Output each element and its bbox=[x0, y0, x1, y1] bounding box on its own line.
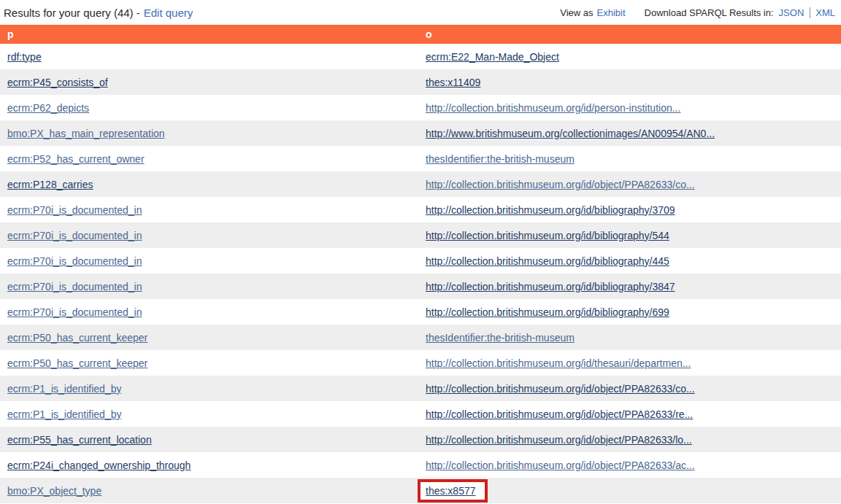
p-link[interactable]: ecrm:P24i_changed_ownership_through bbox=[7, 460, 191, 471]
table-row: ecrm:P50_has_current_keeperthesIdentifie… bbox=[0, 325, 841, 350]
topbar: Results for your query (44) -Edit query … bbox=[0, 0, 841, 25]
header-row: p o bbox=[0, 25, 841, 44]
o-link[interactable]: http://collection.britishmuseum.org/id/b… bbox=[426, 255, 669, 267]
o-link[interactable]: ecrm:E22_Man-Made_Object bbox=[426, 51, 559, 63]
table-row: bmo:PX_has_main_representationhttp://www… bbox=[0, 120, 841, 146]
table-row: ecrm:P52_has_current_ownerthesIdentifier… bbox=[0, 146, 841, 171]
download-label: Download SPARQL Results in: bbox=[645, 7, 774, 18]
cell-o: http://collection.britishmuseum.org/id/b… bbox=[420, 222, 841, 248]
cell-p: bmo:PX_has_main_representation bbox=[0, 120, 420, 146]
p-link[interactable]: rdf:type bbox=[7, 51, 42, 63]
table-row: ecrm:P70i_is_documented_inhttp://collect… bbox=[0, 248, 841, 274]
p-link[interactable]: ecrm:P70i_is_documented_in bbox=[7, 255, 142, 267]
edit-query-link[interactable]: Edit query bbox=[144, 7, 193, 19]
results-title-text: Results for your query (44) - bbox=[4, 7, 140, 19]
table-row: ecrm:P45_consists_ofthes:x11409 bbox=[0, 69, 841, 95]
vertical-divider bbox=[810, 7, 810, 18]
p-link[interactable]: ecrm:P70i_is_documented_in bbox=[7, 204, 142, 216]
p-link[interactable]: ecrm:P62_depicts bbox=[7, 102, 89, 114]
cell-p: rdf:type bbox=[0, 44, 420, 69]
cell-o: thesIdentifier:the-british-museum bbox=[420, 325, 841, 350]
cell-o: thes:x11409 bbox=[420, 69, 841, 95]
cell-p: ecrm:P45_consists_of bbox=[0, 69, 420, 95]
o-link[interactable]: http://collection.britishmuseum.org/id/b… bbox=[426, 230, 669, 241]
cell-o: http://collection.britishmuseum.org/id/o… bbox=[420, 376, 841, 401]
o-link[interactable]: thesIdentifier:the-british-museum bbox=[426, 153, 575, 165]
cell-o: http://www.britishmuseum.org/collectioni… bbox=[420, 120, 841, 146]
p-link[interactable]: ecrm:P55_has_current_location bbox=[7, 434, 152, 446]
cell-o: http://collection.britishmuseum.org/id/o… bbox=[420, 401, 841, 427]
cell-o: ecrm:E22_Man-Made_Object bbox=[420, 44, 841, 69]
sparql-results-page: Results for your query (44) -Edit query … bbox=[0, 0, 841, 503]
p-link[interactable]: ecrm:P1_is_identified_by bbox=[7, 383, 121, 395]
o-link[interactable]: thes:x8577 bbox=[426, 485, 476, 497]
p-link[interactable]: ecrm:P128_carries bbox=[7, 179, 93, 190]
p-link[interactable]: ecrm:P70i_is_documented_in bbox=[7, 306, 142, 318]
view-as-label: View as bbox=[560, 7, 593, 18]
cell-p: ecrm:P70i_is_documented_in bbox=[0, 299, 420, 325]
cell-p: ecrm:P128_carries bbox=[0, 171, 420, 197]
p-link[interactable]: ecrm:P50_has_current_keeper bbox=[7, 357, 147, 369]
download-json-link[interactable]: JSON bbox=[779, 7, 804, 18]
cell-o: http://collection.britishmuseum.org/id/o… bbox=[420, 452, 841, 478]
cell-p: ecrm:P50_has_current_keeper bbox=[0, 350, 420, 376]
cell-o: http://collection.britishmuseum.org/id/b… bbox=[420, 197, 841, 222]
o-link[interactable]: http://collection.britishmuseum.org/id/o… bbox=[426, 383, 695, 395]
cell-o: http://collection.britishmuseum.org/id/b… bbox=[420, 299, 841, 325]
table-row: ecrm:P62_depictshttp://collection.britis… bbox=[0, 95, 841, 120]
exhibit-link[interactable]: Exhibit bbox=[597, 7, 626, 18]
p-link[interactable]: ecrm:P52_has_current_owner bbox=[7, 153, 145, 165]
cell-p: bmo:PX_object_type bbox=[0, 478, 420, 503]
table-row: ecrm:P70i_is_documented_inhttp://collect… bbox=[0, 299, 841, 325]
cell-o: http://collection.britishmuseum.org/id/b… bbox=[420, 274, 841, 299]
o-link[interactable]: http://collection.britishmuseum.org/id/o… bbox=[426, 434, 692, 446]
p-link[interactable]: ecrm:P1_is_identified_by bbox=[7, 408, 121, 420]
results-table-header: p o bbox=[0, 25, 841, 44]
o-link[interactable]: thes:x11409 bbox=[426, 77, 480, 88]
topbar-actions: View asExhibit Download SPARQL Results i… bbox=[560, 7, 837, 18]
p-link[interactable]: bmo:PX_object_type bbox=[7, 485, 101, 497]
cell-p: ecrm:P70i_is_documented_in bbox=[0, 274, 420, 299]
o-link[interactable]: http://collection.britishmuseum.org/id/p… bbox=[426, 102, 680, 114]
column-header-o: o bbox=[420, 25, 841, 44]
o-link[interactable]: http://collection.britishmuseum.org/id/b… bbox=[426, 306, 669, 318]
o-link[interactable]: http://collection.britishmuseum.org/id/o… bbox=[426, 408, 693, 420]
cell-o: http://collection.britishmuseum.org/id/b… bbox=[420, 248, 841, 274]
o-link[interactable]: http://collection.britishmuseum.org/id/t… bbox=[426, 357, 691, 369]
page-title: Results for your query (44) -Edit query bbox=[4, 7, 193, 19]
o-link[interactable]: http://collection.britishmuseum.org/id/o… bbox=[426, 179, 695, 190]
cell-o: http://collection.britishmuseum.org/id/t… bbox=[420, 350, 841, 376]
o-link[interactable]: http://www.britishmuseum.org/collectioni… bbox=[426, 128, 715, 139]
table-row: ecrm:P55_has_current_locationhttp://coll… bbox=[0, 427, 841, 452]
column-header-p: p bbox=[0, 25, 420, 44]
cell-p: ecrm:P52_has_current_owner bbox=[0, 146, 420, 171]
cell-o: http://collection.britishmuseum.org/id/p… bbox=[420, 95, 841, 120]
results-table: p o rdf:typeecrm:E22_Man-Made_Objectecrm… bbox=[0, 25, 841, 503]
view-as-group: View asExhibit bbox=[560, 7, 625, 18]
table-row: ecrm:P1_is_identified_byhttp://collectio… bbox=[0, 401, 841, 427]
o-link[interactable]: http://collection.britishmuseum.org/id/b… bbox=[426, 204, 675, 216]
cell-o: http://collection.britishmuseum.org/id/o… bbox=[420, 171, 841, 197]
p-link[interactable]: ecrm:P70i_is_documented_in bbox=[7, 281, 142, 292]
cell-p: ecrm:P70i_is_documented_in bbox=[0, 197, 420, 222]
results-table-body: rdf:typeecrm:E22_Man-Made_Objectecrm:P45… bbox=[0, 44, 841, 503]
cell-p: ecrm:P62_depicts bbox=[0, 95, 420, 120]
table-row: ecrm:P70i_is_documented_inhttp://collect… bbox=[0, 197, 841, 222]
table-row: rdf:typeecrm:E22_Man-Made_Object bbox=[0, 44, 841, 69]
cell-p: ecrm:P1_is_identified_by bbox=[0, 401, 420, 427]
cell-p: ecrm:P1_is_identified_by bbox=[0, 376, 420, 401]
p-link[interactable]: ecrm:P50_has_current_keeper bbox=[7, 332, 147, 344]
download-xml-link[interactable]: XML bbox=[815, 7, 835, 18]
p-link[interactable]: ecrm:P70i_is_documented_in bbox=[7, 230, 142, 241]
p-link[interactable]: bmo:PX_has_main_representation bbox=[7, 128, 165, 139]
p-link[interactable]: ecrm:P45_consists_of bbox=[7, 77, 108, 88]
o-link[interactable]: http://collection.britishmuseum.org/id/o… bbox=[426, 460, 695, 471]
download-group: Download SPARQL Results in:JSONXML bbox=[645, 7, 835, 18]
cell-o: http://collection.britishmuseum.org/id/o… bbox=[420, 427, 841, 452]
cell-p: ecrm:P70i_is_documented_in bbox=[0, 248, 420, 274]
table-row: ecrm:P1_is_identified_byhttp://collectio… bbox=[0, 376, 841, 401]
table-row: ecrm:P128_carrieshttp://collection.briti… bbox=[0, 171, 841, 197]
highlight-box: thes:x8577 bbox=[418, 479, 488, 503]
o-link[interactable]: http://collection.britishmuseum.org/id/b… bbox=[426, 281, 675, 292]
o-link[interactable]: thesIdentifier:the-british-museum bbox=[426, 332, 575, 344]
